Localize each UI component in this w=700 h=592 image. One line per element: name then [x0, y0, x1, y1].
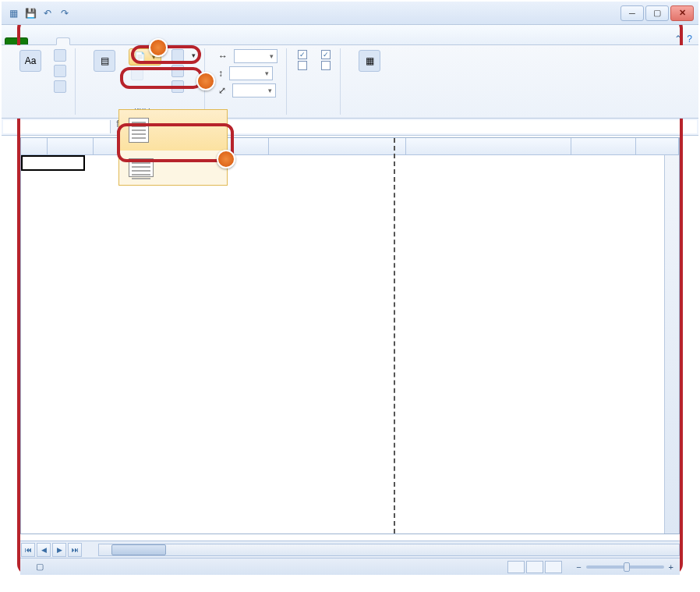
zoom-in-button[interactable]: +	[669, 562, 673, 572]
name-box[interactable]	[3, 120, 111, 133]
fonts-icon	[54, 65, 66, 77]
sheet-tab-bar: ⏮ ◀ ▶ ⏭	[20, 541, 680, 558]
chevron-down-icon: ▾	[192, 51, 196, 59]
print-titles-button[interactable]	[169, 80, 198, 94]
height-icon: ↕	[218, 68, 223, 79]
annotation-bubble-1	[149, 38, 168, 57]
group-themes-label	[12, 113, 69, 115]
breaks-icon	[171, 49, 184, 62]
page-break-line	[394, 138, 395, 534]
breaks-button[interactable]: ▾	[169, 48, 198, 62]
status-bar: ▢ − +	[20, 558, 680, 575]
formula-bar: fx	[2, 119, 698, 136]
ribbon-body: Aa ▤ 📄	[2, 45, 698, 119]
tab-review[interactable]	[95, 38, 108, 44]
horizontal-scrollbar[interactable]	[98, 544, 680, 556]
gridlines-view-checkbox[interactable]: ✓	[298, 50, 310, 59]
close-button[interactable]: ✕	[670, 5, 694, 21]
height-combo[interactable]	[229, 66, 273, 80]
annotation-bubble-3	[217, 150, 235, 168]
file-tab[interactable]	[5, 37, 28, 44]
cell-cursor	[21, 155, 85, 171]
print-titles-icon	[171, 80, 184, 93]
col-header-e[interactable]	[406, 138, 571, 154]
headings-view-checkbox[interactable]: ✓	[321, 50, 334, 59]
tab-page-layout[interactable]	[56, 37, 70, 45]
margins-button[interactable]: ▤	[87, 48, 122, 75]
help-icon[interactable]: ?	[687, 34, 692, 44]
view-pagebreak-button[interactable]	[545, 561, 562, 573]
sheet-nav-last[interactable]: ⏭	[68, 543, 82, 557]
portrait-thumb-icon	[129, 118, 149, 143]
title-bar: ▦ 💾 ↶ ↷ ─ ▢ ✕	[2, 2, 698, 25]
worksheet-grid[interactable]	[20, 137, 680, 534]
background-button[interactable]	[169, 64, 198, 78]
maximize-button[interactable]: ▢	[645, 5, 669, 21]
arrange-button[interactable]: ▦	[352, 48, 387, 75]
width-icon: ↔	[218, 51, 228, 62]
margins-icon: ▤	[94, 50, 115, 72]
theme-colors-button[interactable]	[51, 48, 69, 62]
tab-data[interactable]	[83, 38, 95, 44]
tab-formulas[interactable]	[70, 38, 83, 44]
headings-print-checkbox[interactable]	[321, 61, 334, 70]
orientation-portrait-item[interactable]	[119, 110, 227, 151]
sheet-nav-prev[interactable]: ◀	[37, 543, 51, 557]
size-button[interactable]	[129, 67, 161, 81]
scrollbar-thumb[interactable]	[111, 544, 166, 555]
group-page-setup: ▤ 📄 ▾ ▾ ицы	[80, 48, 205, 115]
tab-addins[interactable]	[133, 38, 145, 44]
tab-insert[interactable]	[44, 38, 56, 44]
orientation-dropdown	[118, 109, 228, 186]
annotation-bubble-2	[196, 72, 215, 90]
col-header-a[interactable]	[48, 138, 94, 154]
sheet-nav-next[interactable]: ▶	[52, 543, 66, 557]
colors-icon	[54, 49, 66, 62]
gridlines-print-checkbox[interactable]	[298, 61, 310, 70]
group-themes: Aa	[6, 48, 76, 115]
redo-icon[interactable]: ↷	[58, 6, 72, 20]
size-icon	[131, 68, 143, 80]
theme-fonts-button[interactable]	[51, 64, 69, 78]
group-fit: ↔ ↕ ⤢	[210, 48, 287, 115]
col-header-g[interactable]	[636, 138, 679, 154]
effects-icon	[54, 80, 66, 93]
height-row: ↕	[216, 66, 280, 81]
excel-icon: ▦	[6, 6, 20, 20]
tab-view[interactable]	[108, 38, 120, 44]
width-combo[interactable]	[234, 49, 278, 63]
zoom-slider-thumb[interactable]	[624, 562, 630, 572]
sheet-nav-first[interactable]: ⏮	[21, 543, 35, 557]
theme-effects-button[interactable]	[51, 80, 69, 94]
col-header-f[interactable]	[571, 138, 636, 154]
group-sheet-options-label	[298, 113, 334, 115]
group-arrange-label	[352, 113, 387, 115]
save-icon[interactable]: 💾	[23, 6, 37, 20]
ribbon-tabs: ⌃ ?	[2, 25, 698, 45]
macro-record-icon[interactable]: ▢	[36, 562, 44, 572]
scale-row: ⤢	[216, 83, 280, 98]
background-icon	[171, 65, 184, 77]
tab-home[interactable]	[31, 38, 44, 44]
themes-button[interactable]: Aa	[12, 48, 48, 75]
tab-developer[interactable]	[120, 38, 133, 44]
minimize-button[interactable]: ─	[620, 5, 644, 21]
zoom-slider[interactable]	[586, 565, 664, 569]
minimize-ribbon-icon[interactable]: ⌃	[674, 34, 682, 44]
zoom-control: − +	[571, 562, 673, 572]
orientation-icon: 📄	[134, 51, 146, 62]
themes-icon: Aa	[19, 50, 41, 72]
col-header-d[interactable]	[269, 138, 406, 154]
group-arrange: ▦	[345, 48, 394, 115]
view-layout-button[interactable]	[526, 561, 543, 573]
select-all-corner[interactable]	[21, 138, 48, 154]
scale-spinner[interactable]	[232, 83, 276, 97]
view-normal-button[interactable]	[507, 561, 525, 573]
zoom-out-button[interactable]: −	[576, 562, 581, 572]
quick-access-toolbar: ▦ 💾 ↶ ↷	[6, 6, 72, 20]
orientation-landscape-item[interactable]	[119, 151, 227, 185]
width-row: ↔	[216, 48, 280, 64]
undo-icon[interactable]: ↶	[41, 6, 55, 20]
group-sheet-options: ✓ ✓	[292, 48, 341, 115]
arrange-icon: ▦	[359, 50, 380, 72]
